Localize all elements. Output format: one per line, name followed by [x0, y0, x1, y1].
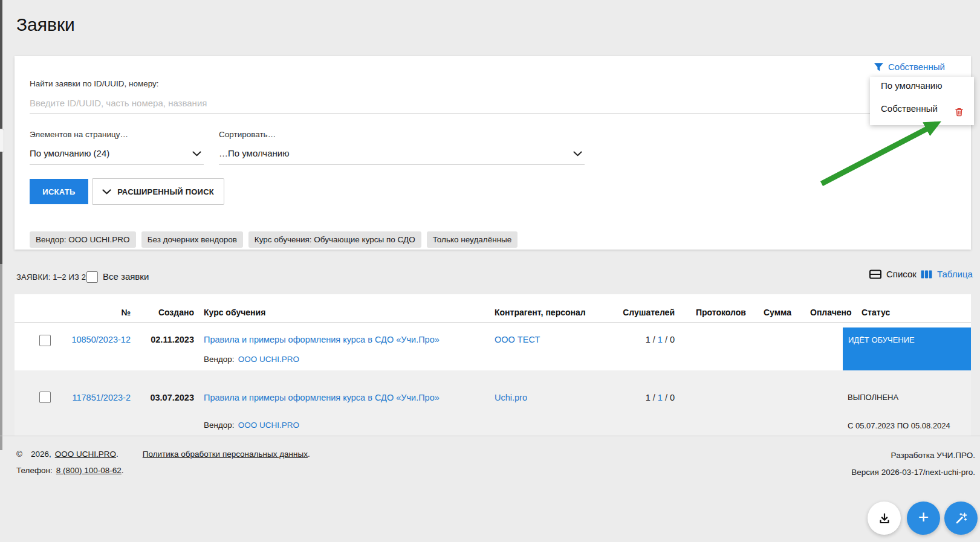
course-link[interactable]: Правила и примеры оформления курса в СДО…: [204, 393, 440, 402]
application-number-link[interactable]: 117851/2023-2: [52, 393, 131, 402]
phone-line: Телефон:8 (800) 100-08-62.: [16, 466, 310, 475]
download-icon: [878, 512, 891, 525]
per-page-value: По умолчанию (24): [30, 148, 109, 158]
header-created: Создано: [138, 308, 194, 317]
contragent-link[interactable]: ООО ТЕСТ: [495, 335, 540, 344]
created-date: 03.07.2023: [138, 393, 194, 402]
phone-link[interactable]: 8 (800) 100-08-62: [56, 466, 122, 475]
slash-separator: /: [665, 335, 667, 344]
footer-left: ©2026,ООО UCHI.PRO.Политика обработки пе…: [16, 450, 310, 475]
annotation-arrow: [813, 109, 958, 193]
left-edge-strip-bottom: [0, 264, 2, 450]
vendor-line: Вендор:ООО UCHI.PRO: [204, 421, 299, 430]
sort-select[interactable]: …По умолчанию: [219, 144, 585, 165]
vendor-link[interactable]: ООО UCHI.PRO: [238, 355, 299, 364]
vendor-line: Вендор:ООО UCHI.PRO: [204, 355, 299, 364]
listeners-active-link[interactable]: 1: [658, 393, 663, 402]
vendor-label: Вендор:: [204, 421, 235, 430]
listeners-total: 1: [646, 393, 651, 402]
contragent-link[interactable]: Uchi.pro: [495, 393, 527, 402]
page-title: Заявки: [16, 15, 75, 35]
sidebar-toggle-handle[interactable]: [0, 129, 4, 153]
status-text: ВЫПОЛНЕНА: [848, 393, 898, 402]
phone-label: Телефон:: [16, 466, 53, 475]
applications-table: № Создано Курс обучения Контрагент, перс…: [15, 294, 971, 436]
view-toggle-list[interactable]: Список: [869, 269, 917, 279]
filter-chip-not-deleted[interactable]: Только неудалённые: [427, 231, 518, 248]
table-view-label: Таблица: [937, 269, 973, 279]
footer-divider: [0, 436, 980, 436]
table-header-row: № Создано Курс обучения Контрагент, перс…: [15, 294, 971, 323]
view-toggle-table[interactable]: Таблица: [921, 269, 973, 279]
chevron-down-icon: [102, 189, 111, 195]
version-text: Версия 2026-03-17/next-uchi-pro.: [851, 468, 975, 477]
advanced-search-label: РАСШИРЕННЫЙ ПОИСК: [117, 187, 214, 196]
dot: .: [116, 450, 118, 459]
preset-option-default[interactable]: По умолчанию: [881, 80, 942, 91]
privacy-policy-link[interactable]: Политика обработки персональных данных: [143, 450, 308, 459]
copyright-year: 2026,: [31, 450, 51, 459]
search-label: Найти заявки по ID/UUID, номеру:: [30, 79, 159, 88]
created-date: 02.11.2023: [138, 335, 194, 344]
listeners-total: 1: [646, 335, 651, 344]
list-view-icon: [869, 269, 881, 279]
header-paid: Оплачено: [810, 308, 852, 317]
header-contragent: Контрагент, персонал: [495, 308, 586, 317]
course-link[interactable]: Правила и примеры оформления курса в СДО…: [204, 335, 440, 344]
vendor-label: Вендор:: [204, 355, 235, 364]
header-protocols: Протоколов: [696, 308, 746, 317]
add-application-button[interactable]: +: [907, 502, 940, 535]
per-page-label: Элементов на страницу…: [30, 130, 128, 139]
application-number-link[interactable]: 10850/2023-12: [52, 335, 131, 344]
per-page-select[interactable]: По умолчанию (24): [30, 144, 204, 165]
select-all-checkbox[interactable]: [86, 271, 98, 283]
active-filter-chips: Вендор: ООО UCHI.PRO Без дочерних вендор…: [30, 231, 518, 248]
company-link[interactable]: ООО UCHI.PRO: [55, 450, 116, 459]
row-checkbox[interactable]: [39, 335, 51, 346]
listeners-zero: 0: [670, 335, 675, 344]
row-checkbox[interactable]: [39, 392, 51, 403]
vendor-link[interactable]: ООО UCHI.PRO: [238, 421, 299, 430]
select-all-label: Все заявки: [103, 271, 149, 282]
filter-chip-vendor[interactable]: Вендор: ООО UCHI.PRO: [30, 231, 136, 248]
list-view-label: Список: [886, 269, 917, 279]
table-view-icon: [921, 269, 932, 279]
listeners-counts: 1/1/0: [607, 335, 675, 344]
results-count: ЗАЯВКИ: 1–2 ИЗ 2: [16, 273, 86, 282]
filter-preset-current: Собственный: [888, 62, 945, 72]
filter-chip-course[interactable]: Курс обучения: Обучающие курсы по СДО: [248, 231, 421, 248]
filter-chip-no-child-vendors[interactable]: Без дочерних вендоров: [141, 231, 243, 248]
sort-label: Сортировать…: [219, 130, 276, 139]
copyright-symbol: ©: [16, 450, 22, 459]
header-status: Статус: [862, 308, 890, 317]
magic-wand-icon: [954, 511, 969, 526]
applications-page: Заявки Найти заявки по ID/UUID, номеру: …: [0, 0, 980, 542]
listeners-zero: 0: [670, 393, 675, 402]
listeners-active-link[interactable]: 1: [658, 335, 663, 344]
dot: .: [122, 466, 124, 475]
header-number: №: [52, 308, 131, 317]
listeners-counts: 1/1/0: [607, 393, 675, 402]
slash-separator: /: [665, 393, 667, 402]
advanced-search-button[interactable]: РАСШИРЕННЫЙ ПОИСК: [92, 178, 224, 205]
slash-separator: /: [653, 393, 655, 402]
plus-icon: +: [918, 507, 929, 527]
status-period: С 05.07.2023 ПО 05.08.2024: [848, 421, 950, 430]
table-row: 117851/2023-2 03.07.2023 Правила и приме…: [15, 370, 971, 436]
filter-preset-control[interactable]: Собственный: [874, 62, 945, 72]
status-badge: ИДЁТ ОБУЧЕНИЕ: [843, 327, 971, 370]
wizard-button[interactable]: [944, 502, 978, 535]
header-course: Курс обучения: [204, 308, 265, 317]
slash-separator: /: [653, 335, 655, 344]
left-edge-strip-middle: [0, 152, 2, 264]
download-button[interactable]: [868, 502, 901, 535]
table-row: 10850/2023-12 02.11.2023 Правила и приме…: [15, 323, 971, 370]
sort-value: …По умолчанию: [219, 148, 289, 158]
header-listeners: Слушателей: [607, 308, 675, 317]
header-sum: Сумма: [764, 308, 791, 317]
filter-funnel-icon: [874, 62, 884, 72]
chevron-down-icon: [573, 151, 582, 156]
search-button[interactable]: ИСКАТЬ: [30, 179, 88, 204]
developer-credit: Разработка УЧИ.ПРО.: [851, 451, 975, 460]
left-edge-strip-top: [0, 0, 2, 129]
